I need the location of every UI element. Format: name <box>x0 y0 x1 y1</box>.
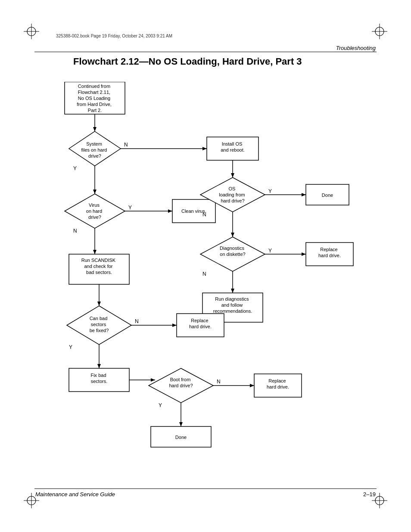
content-area: Flowchart 2.12—No OS Loading, Hard Drive… <box>34 56 377 485</box>
svg-marker-82 <box>250 384 254 387</box>
svg-marker-32 <box>168 209 172 213</box>
svg-marker-61 <box>231 289 234 293</box>
svg-text:N: N <box>202 271 206 277</box>
svg-text:Done: Done <box>322 193 333 198</box>
svg-text:Y: Y <box>268 188 272 194</box>
flowchart: Continued from Flowchart 2.11, No OS Loa… <box>60 82 375 495</box>
svg-marker-56 <box>302 252 306 256</box>
svg-text:Can bad
          sectors
    : Can bad sectors be fixed? <box>90 316 109 333</box>
svg-marker-51 <box>97 302 101 306</box>
svg-marker-68 <box>172 324 177 327</box>
svg-marker-73 <box>97 364 101 368</box>
svg-marker-24 <box>231 173 234 177</box>
header-rule <box>34 52 377 52</box>
svg-text:Y: Y <box>73 165 77 171</box>
svg-marker-27 <box>93 190 97 194</box>
file-info: 325388-002.book Page 19 Friday, October … <box>56 34 172 38</box>
svg-text:Y: Y <box>159 402 162 408</box>
svg-text:Y: Y <box>268 248 272 254</box>
svg-text:Done: Done <box>175 435 187 440</box>
svg-marker-42 <box>302 193 306 196</box>
svg-text:Y: Y <box>128 205 132 211</box>
page: 325388-002.book Page 19 Friday, October … <box>0 0 411 532</box>
page-title: Flowchart 2.12—No OS Loading, Hard Drive… <box>73 56 377 67</box>
corner-mark-tl <box>24 24 39 39</box>
svg-text:N: N <box>217 379 221 385</box>
svg-text:Y: Y <box>69 344 72 350</box>
svg-marker-47 <box>231 233 234 237</box>
svg-text:Run SCANDISK
          and che: Run SCANDISK and check for bad sectors. <box>81 258 117 275</box>
svg-text:N: N <box>135 318 139 324</box>
svg-marker-77 <box>151 378 155 382</box>
svg-text:N: N <box>202 212 206 218</box>
svg-marker-15 <box>93 127 97 131</box>
svg-marker-87 <box>179 422 183 426</box>
header-text: Troubleshooting <box>336 45 376 51</box>
svg-text:N: N <box>124 142 128 148</box>
corner-mark-tr <box>372 24 387 39</box>
svg-text:N: N <box>73 228 77 234</box>
svg-marker-20 <box>202 147 207 150</box>
svg-marker-37 <box>93 250 97 254</box>
